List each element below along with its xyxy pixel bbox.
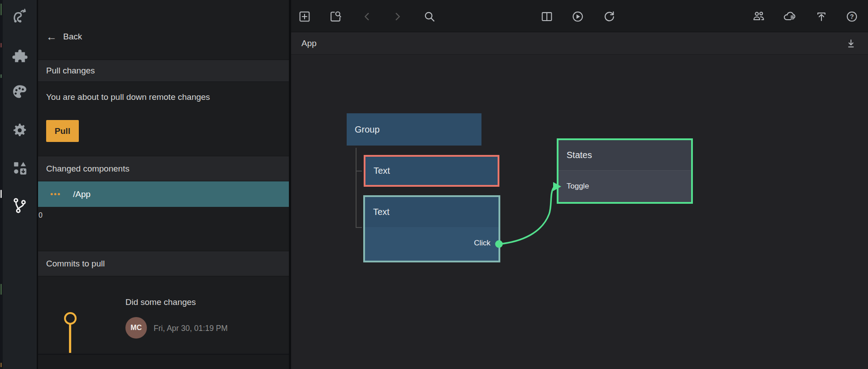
node-title: States xyxy=(559,140,691,170)
plugins-icon[interactable] xyxy=(11,47,28,64)
commits-to-pull-title: Commits to pull xyxy=(46,259,105,269)
changed-component-label: /App xyxy=(73,189,90,199)
back-button[interactable]: ← Back xyxy=(46,31,82,42)
count-badge: 0 xyxy=(39,211,43,219)
node-text-selected[interactable]: Text Click xyxy=(363,195,500,262)
activity-bar xyxy=(3,0,37,369)
add-node-icon[interactable] xyxy=(298,10,311,23)
app-window: ← Back Pull changes You are about to pul… xyxy=(0,0,868,369)
main-area: Group Text Text Click States Toggle xyxy=(291,0,868,369)
pull-changes-header: Pull changes xyxy=(38,60,289,82)
pull-button[interactable]: Pull xyxy=(46,120,79,142)
edge-mark xyxy=(0,43,2,47)
changed-components-header: Changed components xyxy=(38,156,289,181)
styles-palette-icon[interactable] xyxy=(11,83,28,100)
components-icon[interactable] xyxy=(11,159,28,176)
edge-mark xyxy=(0,74,2,78)
svg-text:?: ? xyxy=(850,13,854,20)
help-icon[interactable]: ? xyxy=(845,10,859,23)
edge-mark xyxy=(0,190,2,198)
refresh-icon[interactable] xyxy=(602,10,616,23)
commit-graph-node-icon xyxy=(64,312,77,325)
nav-forward-icon[interactable] xyxy=(391,10,404,23)
panel-bottom-strip xyxy=(38,354,289,369)
component-search-icon[interactable] xyxy=(329,10,342,23)
modified-dots-icon xyxy=(51,193,60,195)
commit-graph-line xyxy=(69,324,71,353)
node-input-row[interactable]: Toggle xyxy=(559,170,691,202)
edge-mark xyxy=(0,363,2,367)
edge-mark xyxy=(0,284,2,295)
node-group[interactable]: Group xyxy=(347,113,481,146)
version-control-branch-icon[interactable] xyxy=(11,197,28,214)
commits-to-pull-header: Commits to pull xyxy=(38,251,289,276)
changed-components-title: Changed components xyxy=(46,164,129,174)
pull-changes-title: Pull changes xyxy=(46,66,95,76)
split-view-icon[interactable] xyxy=(540,10,554,23)
input-port-label: Toggle xyxy=(567,182,589,191)
search-icon[interactable] xyxy=(423,10,436,23)
nodes-icon[interactable] xyxy=(11,8,28,25)
changed-component-item[interactable]: /App xyxy=(38,181,289,207)
collaborators-icon[interactable] xyxy=(752,10,765,23)
pull-button-label: Pull xyxy=(55,126,70,136)
toolbar: ? xyxy=(291,0,868,32)
node-title: Group xyxy=(347,113,481,146)
tree-connector-tick xyxy=(356,227,362,228)
back-label: Back xyxy=(63,32,82,42)
node-text-changed[interactable]: Text xyxy=(364,155,499,187)
commit-message: Did some changes xyxy=(125,297,196,307)
pull-description: You are about to pull down remote change… xyxy=(46,92,210,102)
tree-connector-line xyxy=(356,148,357,227)
run-preview-icon[interactable] xyxy=(571,10,584,23)
commit-timestamp: Fri, Apr 30, 01:19 PM xyxy=(154,324,228,333)
publish-upload-icon[interactable] xyxy=(815,10,828,23)
node-port-section: Click xyxy=(365,227,498,261)
download-icon[interactable] xyxy=(845,38,857,49)
version-control-panel: ← Back Pull changes You are about to pul… xyxy=(38,0,289,369)
output-port-label: Click xyxy=(474,239,490,248)
avatar: MC xyxy=(125,317,147,339)
breadcrumb[interactable]: App xyxy=(301,32,317,55)
settings-gear-icon[interactable] xyxy=(11,122,28,139)
node-states[interactable]: States Toggle xyxy=(557,138,693,204)
edge-mark xyxy=(0,4,2,15)
back-arrow-icon: ← xyxy=(46,31,57,42)
canvas-header: App xyxy=(291,32,868,55)
nav-back-icon[interactable] xyxy=(361,10,374,23)
tree-connector-tick xyxy=(356,171,362,172)
cloud-sync-icon[interactable] xyxy=(782,10,796,23)
node-title: Text xyxy=(365,157,498,185)
node-title: Text xyxy=(365,197,498,227)
